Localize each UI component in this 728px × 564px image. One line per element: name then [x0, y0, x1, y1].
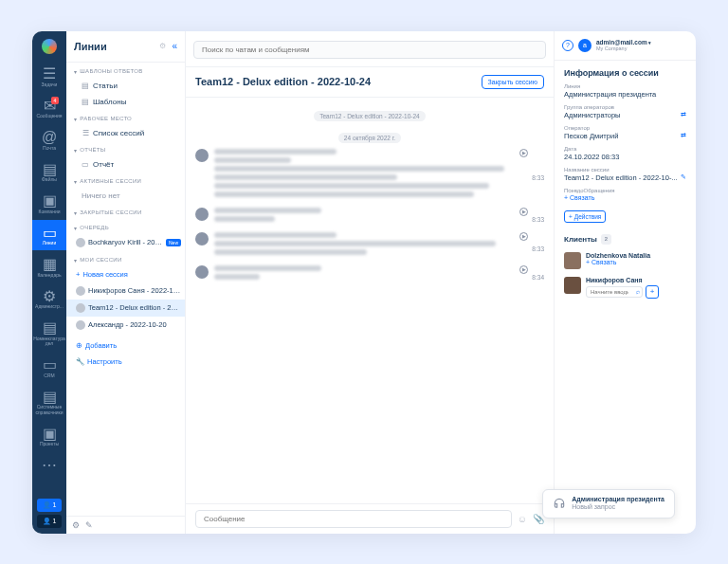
- group-closed[interactable]: ▾ЗАКРЫТЫЕ СЕССИИ: [66, 204, 185, 219]
- nav-mail[interactable]: @Почта: [32, 125, 66, 155]
- user-info[interactable]: admin@mail.com ▾ My Company: [596, 39, 651, 52]
- group-my[interactable]: ▾МОИ СЕССИИ: [66, 251, 185, 266]
- chat-header: Team12 - Delux edition - 2022-10-24 Закр…: [186, 67, 554, 98]
- settings-icon[interactable]: ⚙: [72, 520, 80, 530]
- nav-more[interactable]: ⋯: [32, 453, 66, 476]
- session-pill: Team12 - Delux edition - 2022-10-24: [314, 111, 426, 121]
- actions-button[interactable]: + Действия: [564, 210, 606, 223]
- user-icon: 👤: [43, 518, 51, 525]
- sent-icon: ▶: [519, 265, 528, 274]
- search-input[interactable]: [193, 41, 546, 59]
- group-workspace[interactable]: ▾РАБОЧЕЕ МЕСТО: [66, 110, 185, 125]
- link-connect[interactable]: + Связать: [564, 194, 686, 201]
- chat-title: Team12 - Delux edition - 2022-10-24: [195, 76, 482, 87]
- nav-nomenc[interactable]: ▤Номенклатура дел: [32, 316, 66, 351]
- gear-icon[interactable]: ⚙: [159, 42, 166, 50]
- nav-files[interactable]: ▤Файлы: [32, 156, 66, 187]
- main-nav: ☰Задачи 4✉Сообщения @Почта ▤Файлы ▣Компа…: [32, 31, 66, 534]
- emoji-icon[interactable]: ☺: [518, 514, 527, 524]
- nav-tasks[interactable]: ☰Задачи: [32, 62, 66, 92]
- field-pseudo: ПсевдоОбращения + Связать: [564, 188, 686, 201]
- badge-icon: 4: [51, 97, 59, 104]
- sidebar-item-report[interactable]: ▭Отчёт: [66, 156, 185, 173]
- session-item-selected[interactable]: Team12 - Delux edition - 2022: [66, 300, 185, 317]
- gear-icon: ⚙: [43, 289, 56, 302]
- building-icon: ▣: [43, 194, 56, 208]
- message-body: [214, 208, 519, 225]
- session-info: Информация о сессии Линия Администрация …: [555, 61, 696, 230]
- message-body: [214, 232, 519, 258]
- chat-body[interactable]: Team12 - Delux edition - 2022-10-24 24 о…: [186, 98, 554, 503]
- swap-icon[interactable]: ⇄: [681, 111, 686, 118]
- client-link[interactable]: + Связать: [586, 259, 686, 265]
- swap-icon[interactable]: ⇄: [681, 132, 686, 139]
- field-date: Дата 24.10.2022 08:33: [564, 146, 686, 161]
- message-time: 8:33: [532, 216, 544, 223]
- message-input[interactable]: [195, 510, 512, 528]
- group-queue[interactable]: ▾ОЧЕРЕДЬ: [66, 219, 185, 234]
- add-button[interactable]: ⊕Добавить: [66, 337, 185, 354]
- group-active[interactable]: ▾АКТИВНЫЕ СЕССИИ: [66, 173, 185, 188]
- message: [195, 208, 519, 225]
- client-item: Никифоров Саня ⌕ +: [555, 273, 696, 302]
- new-session-button[interactable]: +Новая сессия: [66, 266, 185, 282]
- message-time: 8:34: [532, 274, 544, 281]
- count-badge: 2: [601, 234, 611, 245]
- main-area: Team12 - Delux edition - 2022-10-24 Закр…: [186, 31, 554, 534]
- nav-messages[interactable]: 4✉Сообщения: [32, 93, 66, 123]
- add-client-button[interactable]: +: [646, 285, 659, 299]
- session-item[interactable]: Никифоров Саня - 2022-10-24: [66, 282, 185, 300]
- nav-crm[interactable]: ▭CRM: [32, 353, 66, 383]
- user-avatar[interactable]: a: [578, 39, 592, 52]
- sent-icon: ▶: [519, 149, 528, 157]
- session-item[interactable]: Александр - 2022-10-20: [66, 317, 185, 334]
- message: [195, 149, 519, 200]
- nav-sys[interactable]: ▤Системные справочники: [32, 384, 66, 419]
- search-icon[interactable]: ⌕: [636, 288, 640, 295]
- avatar: [76, 238, 85, 247]
- nav-admin[interactable]: ⚙Администр...: [32, 283, 66, 314]
- message: [195, 232, 519, 258]
- client-search-input[interactable]: [586, 286, 643, 298]
- edit-icon[interactable]: ✎: [681, 173, 686, 181]
- sidebar-item-sessions[interactable]: ☰Список сессий: [66, 125, 185, 141]
- toast-notification[interactable]: Администрация президента Новый запрос: [542, 489, 675, 519]
- chevron-down-icon: ▾: [74, 209, 77, 216]
- group-templates[interactable]: ▾ШАБЛОНЫ ОТВЕТОВ: [66, 63, 185, 78]
- chevron-down-icon: ▾: [648, 40, 651, 45]
- help-icon[interactable]: ?: [562, 40, 573, 51]
- message-time: 8:33: [532, 174, 544, 181]
- nav-projects[interactable]: ▣Проекты: [32, 421, 66, 451]
- plus-circle-icon: ⊕: [76, 341, 82, 350]
- field-operator: Оператор Песков Дмитрий⇄: [564, 125, 686, 140]
- avatar: [195, 232, 209, 246]
- search-bar: [186, 31, 554, 67]
- toast-text: Администрация президента Новый запрос: [572, 496, 664, 512]
- chevron-down-icon: ▾: [74, 147, 77, 154]
- avatar: [76, 303, 85, 313]
- nav-users-online[interactable]: 👤1: [37, 499, 62, 512]
- monitor-icon: ▭: [43, 226, 56, 239]
- at-icon: @: [43, 131, 56, 144]
- sidebar-item-templates[interactable]: ▤Шаблоны: [66, 94, 185, 110]
- nav-companies[interactable]: ▣Компании: [32, 189, 66, 219]
- configure-button[interactable]: 🔧Настроить: [66, 354, 185, 370]
- chevron-down-icon: ▾: [74, 257, 77, 264]
- user-email: admin@mail.com ▾: [596, 39, 651, 46]
- doc-icon: ▤: [82, 82, 89, 89]
- avatar: [195, 208, 209, 221]
- collapse-icon[interactable]: «: [172, 41, 177, 51]
- nav-users-total[interactable]: 👤1: [37, 515, 62, 528]
- close-session-button[interactable]: Закрыть сессию: [482, 75, 544, 89]
- field-line: Линия Администрация президента: [564, 83, 686, 99]
- clipboard-icon: ☰: [43, 67, 56, 81]
- edit-icon[interactable]: ✎: [85, 520, 93, 530]
- group-reports[interactable]: ▾ОТЧЁТЫ: [66, 141, 185, 156]
- nav-calendar[interactable]: ▦Календарь: [32, 252, 66, 282]
- nav-lines[interactable]: ▭Линии: [32, 220, 66, 250]
- sidebar-item-articles[interactable]: ▤Статьи: [66, 78, 185, 94]
- queue-session[interactable]: Bochkaryov Kirill - 2022-1New: [66, 234, 185, 251]
- avatar: [564, 277, 581, 294]
- clients-header: Клиенты 2: [555, 230, 696, 248]
- sent-icon: ▶: [519, 232, 528, 241]
